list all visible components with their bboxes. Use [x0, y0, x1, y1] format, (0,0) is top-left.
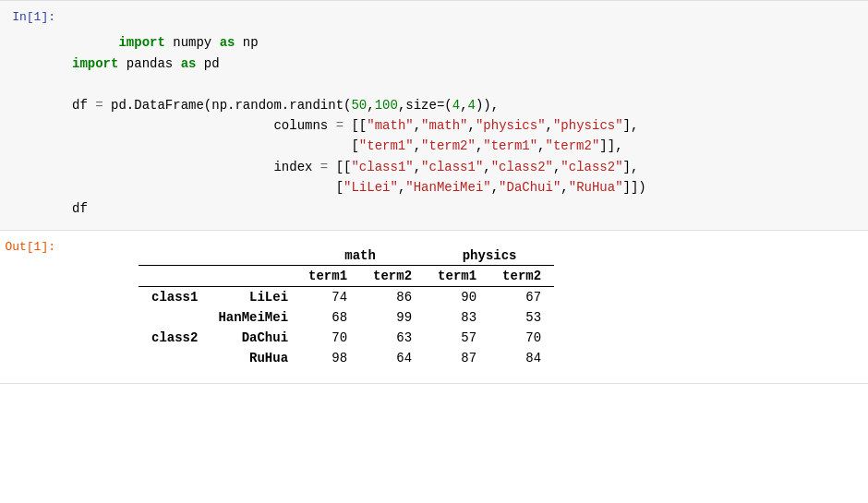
empty-class2	[139, 348, 205, 368]
cell-c1-han-p2: 53	[489, 307, 554, 328]
cell-input: In[1]: import numpy as np import pandas …	[0, 0, 868, 231]
hanmeimei-index: HanMeiMei	[205, 307, 295, 328]
table-row: HanMeiMei 68 99 83 53	[139, 307, 554, 328]
cell-c1-han-t1: 68	[295, 307, 360, 328]
cell-c2-da-p2: 70	[489, 328, 554, 348]
table-row: class1 LiLei 74 86 90 67	[139, 286, 554, 307]
pd-text: pd	[196, 56, 219, 71]
header-row-2: term1 term2 term1 term2	[139, 265, 554, 286]
table-row: RuHua 98 64 87 84	[139, 348, 554, 368]
cell-in-label: In[1]:	[0, 8, 65, 222]
physics-header: physics	[425, 246, 554, 266]
empty-header-1	[139, 246, 205, 266]
cell-c1-lilei-p2: 67	[489, 286, 554, 307]
empty-class1	[139, 307, 205, 328]
cell-c2-ru-t1: 98	[295, 348, 360, 368]
empty-subheader-1	[139, 265, 205, 286]
cell-c1-han-p1: 83	[425, 307, 489, 328]
import-kw-2: import	[72, 56, 118, 71]
pandas-text: pandas	[118, 56, 180, 71]
dataframe-table: math physics term1 term2 term1 term2	[139, 246, 554, 368]
cell-out-label: Out[1]:	[0, 238, 65, 376]
cell-c2-da-p1: 57	[425, 328, 489, 348]
cell-code[interactable]: import numpy as np import pandas as pd d…	[65, 8, 868, 222]
as-kw-2: as	[181, 56, 197, 71]
cell-c1-lilei-t1: 74	[295, 286, 360, 307]
cell-c1-lilei-p1: 90	[425, 286, 489, 307]
np-text: np	[235, 35, 258, 50]
header-row-1: math physics	[139, 246, 554, 266]
cell-c2-ru-t2: 64	[360, 348, 425, 368]
dachui-index: DaChui	[205, 328, 295, 348]
numpy-text: numpy	[165, 35, 220, 50]
math-header: math	[295, 246, 425, 266]
cell-c2-da-t2: 63	[360, 328, 425, 348]
import-kw-1: import	[118, 35, 164, 50]
df-assign: df	[72, 98, 95, 113]
as-kw-1: as	[220, 35, 235, 50]
table-row: class2 DaChui 70 63 57 70	[139, 328, 554, 348]
cell-output: Out[1]: math physics term1	[0, 231, 868, 384]
cell-c1-lilei-t2: 86	[360, 286, 425, 307]
empty-header-2	[205, 246, 295, 266]
cell-output-content: math physics term1 term2 term1 term2	[65, 238, 868, 376]
class2-index: class2	[139, 328, 205, 348]
cell-c1-han-t2: 99	[360, 307, 425, 328]
lilei-index: LiLei	[205, 286, 295, 307]
notebook: In[1]: import numpy as np import pandas …	[0, 0, 868, 384]
term2-math-header: term2	[360, 265, 425, 286]
empty-subheader-2	[205, 265, 295, 286]
ruhua-index: RuHua	[205, 348, 295, 368]
cell-c2-da-t1: 70	[295, 328, 360, 348]
class1-index: class1	[139, 286, 205, 307]
cell-c2-ru-p1: 87	[425, 348, 489, 368]
term1-physics-header: term1	[425, 265, 489, 286]
cell-c2-ru-p2: 84	[489, 348, 554, 368]
term2-physics-header: term2	[489, 265, 554, 286]
term1-math-header: term1	[295, 265, 360, 286]
